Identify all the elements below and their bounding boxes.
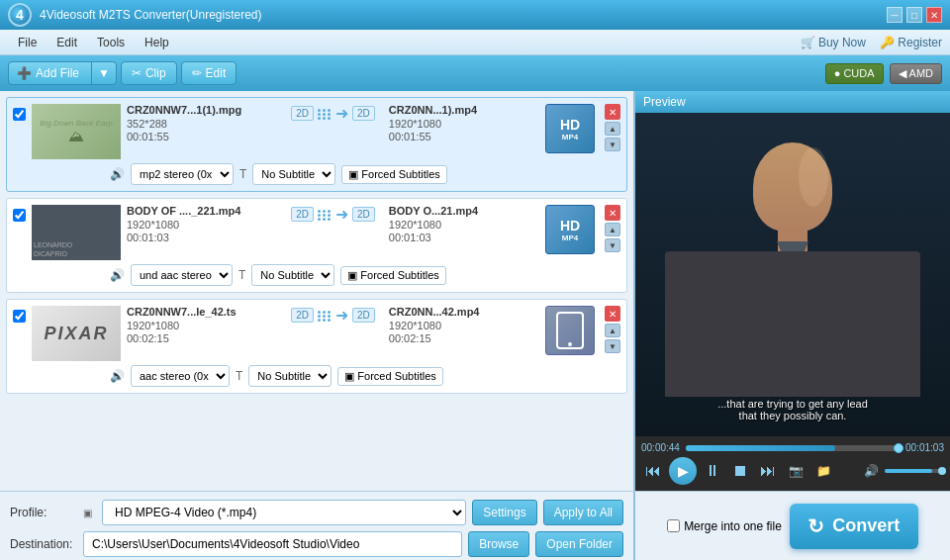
scroll-up-button[interactable]: ▲ — [605, 324, 620, 337]
amd-button[interactable]: ◀ AMD — [890, 63, 942, 84]
subtitle-select[interactable]: No Subtitle — [252, 163, 335, 185]
buy-now-link[interactable]: 🛒 Buy Now — [801, 36, 866, 49]
browse-button[interactable]: Browse — [468, 531, 529, 557]
scroll-up-button[interactable]: ▲ — [605, 122, 620, 136]
file-checkbox[interactable] — [13, 108, 26, 121]
input-2d-badge: 2D — [291, 308, 314, 323]
preview-panel: Preview — [633, 91, 950, 491]
menu-bar: File Edit Tools Help 🛒 Buy Now 🔑 Registe… — [0, 30, 950, 55]
convert-button[interactable]: ↻ Convert — [790, 504, 918, 549]
format-badge-tablet — [545, 306, 595, 355]
close-button[interactable]: ✕ — [926, 7, 942, 23]
register-link[interactable]: 🔑 Register — [880, 36, 942, 49]
window-controls: ─ □ ✕ — [887, 7, 942, 23]
menu-tools[interactable]: Tools — [87, 34, 135, 51]
cuda-button[interactable]: ● CUDA — [825, 63, 884, 84]
merge-checkbox[interactable] — [667, 519, 680, 532]
audio-select[interactable]: mp2 stereo (0x — [131, 163, 234, 185]
output-filename: CRZ0NN...42.mp4 — [389, 306, 539, 318]
output-2d-badge: 2D — [352, 207, 375, 222]
folder-button[interactable]: 📁 — [811, 459, 835, 483]
video-content: ...that are trying to get any lead that … — [635, 113, 950, 436]
file-checkbox[interactable] — [13, 310, 26, 323]
subtitle-forced-icon: ▣ — [344, 370, 354, 383]
file-item-controls: ✕ ▲ ▼ — [605, 104, 620, 151]
volume-control: 🔊 — [859, 459, 944, 483]
bottom-right: Merge into one file ↻ Convert — [633, 492, 950, 560]
skip-to-start-button[interactable]: ⏮ — [641, 459, 665, 483]
preview-controls: 00:00:44 00:01:03 ⏮ ▶ ⏸ ⏹ ⏭ 📷 📁 🔊 — [635, 436, 950, 491]
dots-grid-icon — [318, 208, 332, 222]
file-checkbox[interactable] — [13, 209, 26, 222]
file-thumbnail: PIXAR — [32, 306, 121, 361]
forced-subtitle-button[interactable]: ▣ Forced Subtitles — [341, 165, 446, 184]
input-2d-badge: 2D — [291, 207, 314, 222]
remove-file-button[interactable]: ✕ — [605, 205, 620, 221]
volume-slider[interactable] — [885, 469, 944, 473]
stop-button[interactable]: ⏹ — [728, 459, 752, 483]
audio-icon: 🔊 — [110, 268, 125, 282]
screenshot-button[interactable]: 📷 — [784, 459, 808, 483]
destination-input[interactable] — [83, 531, 462, 557]
input-2d-badge: 2D — [291, 106, 314, 121]
subtitle-select[interactable]: No Subtitle — [251, 264, 334, 286]
minimize-button[interactable]: ─ — [887, 7, 902, 23]
audio-select[interactable]: und aac stereo — [131, 264, 233, 286]
input-duration: 00:01:55 — [127, 131, 277, 142]
output-dimensions: 1920*1080 — [389, 118, 539, 130]
toolbar: ➕ Add File ▼ ✂ Clip ✏ Edit ● CUDA ◀ AMD — [0, 55, 950, 91]
maximize-button[interactable]: □ — [906, 7, 922, 23]
audio-icon: 🔊 — [110, 167, 125, 181]
file-output-info: CRZ0NN...42.mp4 1920*1080 00:02:15 — [389, 306, 539, 344]
pause-button[interactable]: ⏸ — [701, 459, 724, 483]
add-icon: ➕ — [17, 66, 32, 80]
input-duration: 00:01:03 — [127, 232, 277, 243]
convert-arrow: 2D ➜ 2D — [283, 104, 383, 123]
arrow-right-icon: ➜ — [335, 205, 348, 224]
bottom-left: Profile: ▣ HD MPEG-4 Video (*.mp4) Setti… — [0, 492, 633, 560]
file-item-bottom: 🔊 und aac stereo T No Subtitle ▣ Forced … — [13, 264, 620, 286]
menu-help[interactable]: Help — [135, 34, 179, 51]
output-dimensions: 1920*1080 — [389, 219, 539, 231]
settings-button[interactable]: Settings — [472, 500, 536, 525]
file-output-info: BODY O...21.mp4 1920*1080 00:01:03 — [389, 205, 539, 243]
edit-button[interactable]: ✏ Edit — [181, 61, 238, 85]
apply-all-button[interactable]: Apply to All — [543, 500, 623, 525]
scroll-down-button[interactable]: ▼ — [605, 138, 620, 151]
remove-file-button[interactable]: ✕ — [605, 104, 620, 120]
volume-icon-button[interactable]: 🔊 — [859, 459, 883, 483]
open-folder-button[interactable]: Open Folder — [535, 531, 623, 557]
svg-point-1 — [568, 342, 572, 346]
pixar-logo: PIXAR — [44, 324, 108, 344]
add-file-dropdown[interactable]: ▼ — [91, 62, 116, 84]
menu-edit[interactable]: Edit — [47, 34, 87, 51]
file-item-bottom: 🔊 aac stereo (0x T No Subtitle ▣ Forced … — [13, 365, 620, 387]
clip-button[interactable]: ✂ Clip — [121, 61, 177, 85]
output-dimensions: 1920*1080 — [389, 320, 539, 331]
forced-subtitle-button[interactable]: ▣ Forced Subtitles — [340, 266, 445, 285]
scroll-up-button[interactable]: ▲ — [605, 223, 620, 236]
remove-file-button[interactable]: ✕ — [605, 306, 620, 322]
forced-subtitle-button[interactable]: ▣ Forced Subtitles — [337, 367, 442, 386]
input-filename: BODY OF ...._221.mp4 — [127, 205, 277, 217]
profile-select[interactable]: HD MPEG-4 Video (*.mp4) — [102, 500, 466, 525]
time-row: 00:00:44 00:01:03 — [641, 442, 944, 453]
play-button[interactable]: ▶ — [669, 457, 697, 485]
skip-to-end-button[interactable]: ⏭ — [756, 459, 780, 483]
audio-select[interactable]: aac stereo (0x — [131, 365, 230, 387]
profile-label: Profile: — [10, 506, 77, 519]
menu-file[interactable]: File — [8, 34, 47, 51]
add-file-button[interactable]: ➕ Add File ▼ — [8, 61, 117, 85]
subtitle-select[interactable]: No Subtitle — [248, 365, 332, 387]
amd-icon: ◀ — [899, 67, 906, 80]
scroll-down-button[interactable]: ▼ — [605, 339, 620, 353]
file-thumbnail: LEONARDODICAPRIO — [32, 205, 121, 260]
file-item-controls: ✕ ▲ ▼ — [605, 205, 620, 252]
scroll-down-button[interactable]: ▼ — [605, 238, 620, 252]
file-list: Big Down Back Earp ⛰ CRZ0NNW7...1(1).mpg… — [0, 91, 633, 491]
cuda-icon: ● — [834, 67, 841, 79]
output-2d-badge: 2D — [352, 308, 375, 323]
arrow-right-icon: ➜ — [335, 104, 348, 123]
progress-bar[interactable] — [686, 445, 900, 451]
convert-label: Convert — [832, 515, 900, 536]
